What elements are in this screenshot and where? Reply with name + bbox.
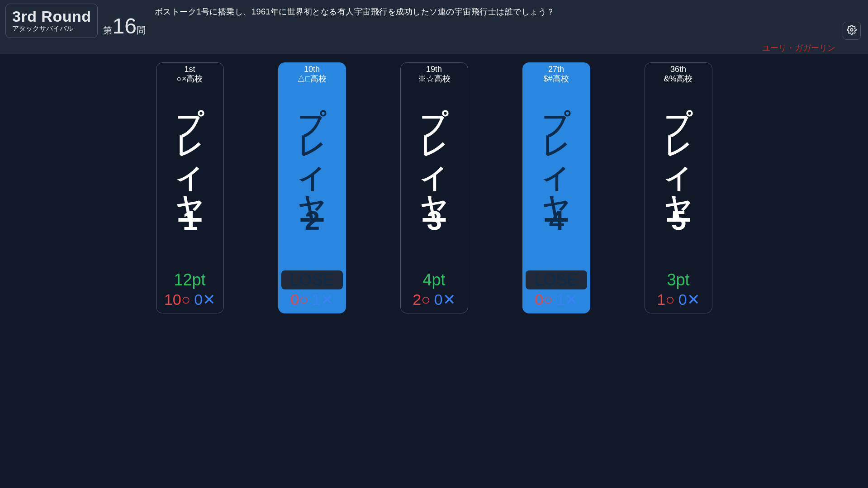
cross-icon: ✕ [443,291,455,308]
player-ox-stats: 0○1✕ [279,290,346,308]
circle-icon: ○ [665,291,675,308]
player-card[interactable]: 27th$#高校プレイヤー4LOSE0○1✕ [522,62,590,313]
correct-count: 1○ [657,291,674,308]
player-score: 3pt [645,270,712,289]
player-school: △□高校 [279,73,346,84]
player-ox-stats: 10○0✕ [157,290,223,308]
cross-icon: ✕ [565,291,578,308]
round-title: 3rd Round [12,8,91,25]
svg-point-0 [850,28,853,31]
correct-count: 2○ [413,291,430,308]
player-ox-stats: 2○0✕ [401,290,468,308]
cross-icon: ✕ [203,291,215,308]
player-rank: 10th [279,65,346,74]
lose-badge: LOSE [281,270,343,289]
round-box: 3rd Round アタックサバイバル [5,4,98,38]
player-rank: 27th [523,65,590,74]
circle-icon: ○ [421,291,431,308]
correct-count: 10○ [164,291,190,308]
wrong-count: 1✕ [312,290,333,308]
correct-count: 0○ [290,291,308,308]
player-school: ※☆高校 [401,73,468,84]
player-card[interactable]: 36th&%高校プレイヤー53pt1○0✕ [645,62,712,313]
player-score: 12pt [157,270,223,289]
question-number-value: 16 [112,15,136,37]
question-area: ボストーク1号に搭乗し、1961年に世界初となる有人宇宙飛行を成功したソ連の宇宙… [146,4,863,53]
player-ox-stats: 0○1✕ [523,290,590,308]
header-bar: 3rd Round アタックサバイバル 第 16 問 ボストーク1号に搭乗し、1… [0,0,868,54]
cross-icon: ✕ [687,291,700,308]
cross-icon: ✕ [321,291,333,308]
player-name: プレイヤー1 [171,87,208,267]
wrong-count: 1✕ [556,290,578,308]
answer-text: ユーリ・ガガーリン [155,43,863,53]
player-ox-stats: 1○0✕ [645,290,712,308]
player-name: プレイヤー5 [660,87,697,267]
player-name: プレイヤー3 [416,87,452,267]
question-text: ボストーク1号に搭乗し、1961年に世界初となる有人宇宙飛行を成功したソ連の宇宙… [155,6,863,17]
player-card[interactable]: 1st○×高校プレイヤー112pt10○0✕ [156,62,224,313]
circle-icon: ○ [543,291,553,308]
player-card[interactable]: 10th△□高校プレイヤー2LOSE0○1✕ [278,62,346,313]
wrong-count: 0✕ [194,290,215,308]
question-number: 第 16 問 [103,15,145,37]
circle-icon: ○ [299,291,308,308]
wrong-count: 0✕ [434,290,455,308]
player-school: $#高校 [523,73,590,84]
player-name: プレイヤー2 [294,87,330,267]
settings-button[interactable] [843,22,861,40]
correct-count: 0○ [535,291,552,308]
player-score: 4pt [401,270,468,289]
player-rank: 1st [157,65,223,74]
player-card[interactable]: 19th※☆高校プレイヤー34pt2○0✕ [400,62,468,313]
player-school: &%高校 [645,73,712,84]
player-rank: 36th [645,65,712,74]
circle-icon: ○ [181,291,191,308]
question-number-suffix: 問 [137,24,146,37]
round-subtitle: アタックサバイバル [12,24,91,33]
player-school: ○×高校 [157,73,223,84]
question-number-prefix: 第 [103,24,112,37]
player-name: プレイヤー4 [538,87,574,267]
player-board: 1st○×高校プレイヤー112pt10○0✕10th△□高校プレイヤー2LOSE… [0,54,868,313]
wrong-count: 0✕ [678,290,700,308]
lose-badge: LOSE [526,270,587,289]
player-rank: 19th [401,65,468,74]
gear-icon [847,25,857,37]
